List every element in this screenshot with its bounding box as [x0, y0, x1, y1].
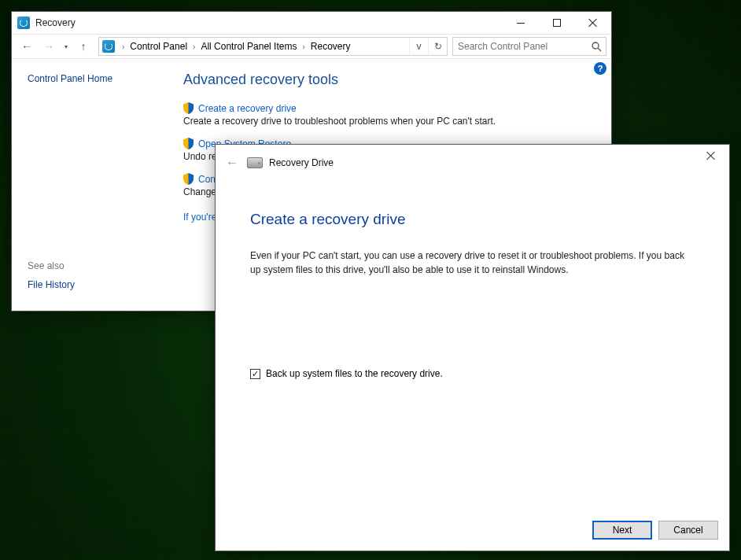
checkbox-label: Back up system files to the recovery dri… [266, 368, 443, 379]
dialog-button-row: Next Cancel [592, 521, 718, 540]
address-dropdown[interactable]: v [409, 38, 428, 55]
cancel-button[interactable]: Cancel [658, 521, 718, 540]
wizard-description: Even if your PC can't start, you can use… [250, 249, 695, 277]
svg-line-1 [598, 48, 601, 51]
breadcrumb-root[interactable]: Control Panel [128, 41, 189, 52]
chevron-right-icon: › [118, 42, 128, 51]
svg-point-0 [592, 42, 599, 49]
tool-create-recovery-drive: Create a recovery drive Create a recover… [183, 102, 592, 127]
maximize-button[interactable] [539, 12, 575, 34]
tool-link[interactable]: Create a recovery drive [198, 103, 297, 114]
drive-icon [247, 157, 263, 168]
control-panel-home-link[interactable]: Control Panel Home [28, 73, 164, 84]
breadcrumb-mid[interactable]: All Control Panel Items [199, 41, 298, 52]
recovery-app-icon [17, 17, 30, 29]
titlebar[interactable]: Recovery [12, 12, 611, 34]
address-bar[interactable]: › Control Panel › All Control Panel Item… [98, 37, 448, 56]
left-nav-pane: Control Panel Home [12, 59, 180, 311]
dialog-title: Recovery Drive [269, 157, 334, 168]
wizard-back-button[interactable]: ← [222, 153, 242, 173]
chevron-right-icon: › [298, 42, 308, 51]
minimize-button[interactable] [503, 12, 539, 34]
shield-icon [183, 138, 194, 149]
dialog-body: Create a recovery drive Even if your PC … [216, 181, 729, 390]
see-also-heading: See also [28, 260, 65, 271]
nav-back-button[interactable]: ← [17, 36, 37, 57]
shield-icon [183, 102, 194, 114]
next-button[interactable]: Next [592, 521, 652, 540]
window-title: Recovery [35, 17, 76, 28]
breadcrumb-current[interactable]: Recovery [309, 41, 352, 52]
wizard-heading: Create a recovery drive [250, 211, 695, 228]
help-icon[interactable]: ? [594, 62, 606, 75]
page-heading: Advanced recovery tools [183, 72, 592, 88]
file-history-link[interactable]: File History [28, 279, 75, 290]
close-button[interactable] [575, 12, 611, 34]
dialog-close-button[interactable] [693, 145, 729, 167]
refresh-button[interactable]: ↻ [428, 38, 447, 55]
tool-description: Create a recovery drive to troubleshoot … [183, 116, 592, 127]
backup-system-files-checkbox[interactable] [250, 369, 260, 379]
shield-icon [183, 173, 194, 185]
navigation-bar: ← → ▾ ↑ › Control Panel › All Control Pa… [12, 34, 611, 59]
search-icon[interactable] [587, 42, 606, 52]
nav-history-dropdown[interactable]: ▾ [61, 43, 72, 50]
dialog-header: ← Recovery Drive [216, 145, 729, 181]
nav-up-button[interactable]: ↑ [73, 40, 94, 53]
recovery-drive-dialog: ← Recovery Drive Create a recovery drive… [215, 144, 730, 551]
search-input[interactable] [453, 41, 587, 52]
desktop-background: Recovery ← → ▾ ↑ › Control Panel › All C… [0, 0, 741, 560]
nav-forward-button[interactable]: → [39, 36, 59, 57]
chevron-right-icon: › [189, 42, 199, 51]
address-app-icon [102, 40, 115, 53]
search-box[interactable] [452, 37, 606, 56]
